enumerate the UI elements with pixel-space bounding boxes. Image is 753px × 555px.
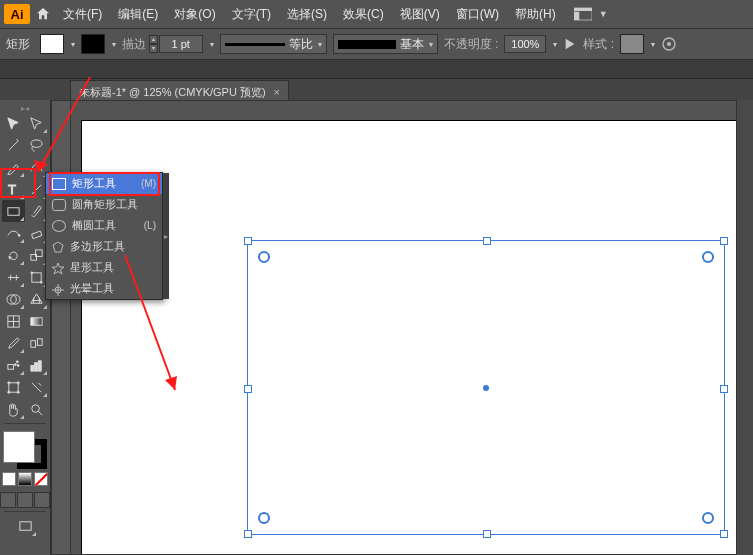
- flyout-item[interactable]: 星形工具: [46, 257, 162, 278]
- menu-object[interactable]: 对象(O): [167, 0, 222, 28]
- ellipse-icon: [52, 220, 66, 232]
- center-point-icon: [483, 385, 489, 391]
- chevron-down-icon[interactable]: ▼: [599, 9, 608, 19]
- fill-color-box[interactable]: [3, 431, 35, 463]
- flyout-item[interactable]: 光晕工具: [46, 278, 162, 299]
- chevron-down-icon[interactable]: ▾: [553, 40, 557, 49]
- color-mode-gradient[interactable]: [18, 472, 32, 486]
- gear-icon[interactable]: [661, 36, 677, 52]
- color-mode-none[interactable]: [34, 472, 48, 486]
- close-icon[interactable]: ×: [274, 86, 280, 98]
- corner-widget-icon[interactable]: [258, 251, 270, 263]
- menu-view[interactable]: 视图(V): [393, 0, 447, 28]
- pen-tool[interactable]: [2, 156, 25, 178]
- selected-shape[interactable]: [247, 240, 725, 535]
- color-mode-switches[interactable]: [2, 472, 48, 486]
- stroke-weight-field[interactable]: ▴▾ 1 pt: [159, 35, 203, 53]
- eyedropper-tool[interactable]: [2, 332, 25, 354]
- flyout-item[interactable]: 矩形工具(M): [46, 173, 162, 194]
- svg-rect-33: [19, 521, 30, 529]
- menu-edit[interactable]: 编辑(E): [111, 0, 165, 28]
- menu-select[interactable]: 选择(S): [280, 0, 334, 28]
- shape-builder-tool[interactable]: [2, 288, 25, 310]
- slice-tool[interactable]: [25, 376, 48, 398]
- type-tool[interactable]: T: [2, 178, 25, 200]
- opacity-field[interactable]: 100%: [504, 35, 546, 53]
- rectangle-icon: [52, 178, 66, 190]
- resize-handle[interactable]: [483, 237, 491, 245]
- svg-rect-30: [9, 382, 18, 391]
- width-profile-select[interactable]: 等比▾: [220, 34, 327, 54]
- vertical-scrollbar[interactable]: [736, 100, 753, 555]
- hand-tool[interactable]: [2, 398, 25, 420]
- resize-handle[interactable]: [483, 530, 491, 538]
- fill-stroke-indicator[interactable]: [3, 431, 47, 469]
- color-mode-solid[interactable]: [2, 472, 16, 486]
- menu-file[interactable]: 文件(F): [56, 0, 109, 28]
- resize-handle[interactable]: [244, 530, 252, 538]
- rectangle-tool[interactable]: [2, 200, 25, 222]
- zoom-tool[interactable]: [25, 398, 48, 420]
- symbol-sprayer-tool[interactable]: [2, 354, 25, 376]
- gradient-tool[interactable]: [25, 310, 48, 332]
- width-profile-label: 等比: [289, 36, 313, 53]
- menu-effect[interactable]: 效果(C): [336, 0, 391, 28]
- screen-mode-switches[interactable]: [0, 492, 50, 508]
- lasso-tool[interactable]: [25, 134, 48, 156]
- chevron-down-icon[interactable]: ▾: [112, 40, 116, 49]
- app-logo-icon: Ai: [4, 4, 30, 24]
- svg-marker-3: [566, 39, 575, 50]
- corner-widget-icon[interactable]: [702, 251, 714, 263]
- corner-widget-icon[interactable]: [702, 512, 714, 524]
- resize-handle[interactable]: [720, 385, 728, 393]
- svg-rect-23: [8, 364, 14, 369]
- stroke-swatch[interactable]: [81, 34, 105, 54]
- mesh-tool[interactable]: [2, 310, 25, 332]
- svg-line-32: [38, 411, 42, 415]
- chevron-down-icon[interactable]: ▾: [651, 40, 655, 49]
- chevron-down-icon[interactable]: ▾: [71, 40, 75, 49]
- shaper-tool[interactable]: [2, 222, 25, 244]
- resize-handle[interactable]: [720, 237, 728, 245]
- brush-definition-select[interactable]: 基本▾: [333, 34, 438, 54]
- step-up-icon[interactable]: ▴: [149, 35, 158, 44]
- corner-widget-icon[interactable]: [258, 512, 270, 524]
- panel-grip-icon[interactable]: ▸◂: [5, 104, 45, 112]
- column-graph-tool[interactable]: [25, 354, 48, 376]
- toolbox: ▸◂ T: [0, 100, 51, 555]
- ruler-vertical: [52, 101, 71, 554]
- menu-help[interactable]: 帮助(H): [508, 0, 563, 28]
- width-tool[interactable]: [2, 266, 25, 288]
- magic-wand-tool[interactable]: [2, 134, 25, 156]
- draw-inside-icon[interactable]: [34, 492, 50, 508]
- tearoff-handle-icon[interactable]: ▸: [162, 173, 169, 299]
- rotate-tool[interactable]: [2, 244, 25, 266]
- resize-handle[interactable]: [720, 530, 728, 538]
- svg-point-16: [40, 281, 42, 283]
- flyout-item[interactable]: 圆角矩形工具: [46, 194, 162, 215]
- menu-window[interactable]: 窗口(W): [449, 0, 506, 28]
- screen-mode-button[interactable]: [14, 515, 37, 537]
- resize-handle[interactable]: [244, 385, 252, 393]
- home-icon[interactable]: [32, 3, 54, 25]
- svg-rect-22: [37, 338, 42, 345]
- menu-type[interactable]: 文字(T): [225, 0, 278, 28]
- svg-rect-27: [31, 365, 34, 371]
- draw-normal-icon[interactable]: [0, 492, 16, 508]
- flyout-item[interactable]: 椭圆工具(L): [46, 215, 162, 236]
- draw-behind-icon[interactable]: [17, 492, 33, 508]
- artboard-tool[interactable]: [2, 376, 25, 398]
- workspace-switcher-icon[interactable]: [571, 3, 595, 25]
- chevron-down-icon[interactable]: ▾: [210, 40, 214, 49]
- graphic-style-swatch[interactable]: [620, 34, 644, 54]
- recolor-icon[interactable]: [563, 37, 577, 51]
- flare-icon: [52, 284, 64, 294]
- flyout-item[interactable]: 多边形工具: [46, 236, 162, 257]
- resize-handle[interactable]: [244, 237, 252, 245]
- step-down-icon[interactable]: ▾: [149, 44, 158, 53]
- blend-tool[interactable]: [25, 332, 48, 354]
- direct-selection-tool[interactable]: [25, 112, 48, 134]
- fill-swatch[interactable]: [40, 34, 64, 54]
- selection-tool[interactable]: [2, 112, 25, 134]
- svg-line-8: [32, 184, 41, 193]
